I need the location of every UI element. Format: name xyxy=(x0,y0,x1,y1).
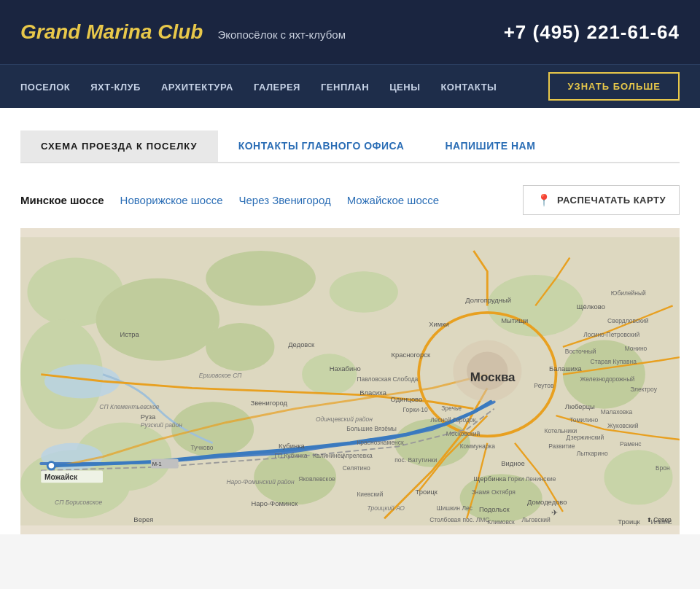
svg-text:Жуковский: Жуковский xyxy=(607,422,639,429)
route-zvenigorod[interactable]: Через Звенигород xyxy=(238,194,330,206)
map-container[interactable]: Можайск Руза Рузский район Звенигород Ис… xyxy=(20,228,680,534)
svg-text:Горки-10: Горки-10 xyxy=(403,406,428,413)
route-minskoye[interactable]: Минское шоссе xyxy=(20,194,104,206)
svg-text:Красногорск: Красногорск xyxy=(392,351,431,359)
svg-text:Юбилейный: Юбилейный xyxy=(611,289,646,297)
print-map-button[interactable]: 📍 РАСПЕЧАТАТЬ КАРТУ xyxy=(523,185,680,215)
svg-text:Домодедово: Домодедово xyxy=(527,499,567,507)
svg-text:Звенигород: Звенигород xyxy=(250,399,287,407)
svg-text:Брон: Брон xyxy=(656,464,670,472)
route-mozhayskoye[interactable]: Можайское шоссе xyxy=(347,194,439,206)
svg-text:Щербинка: Щербинка xyxy=(474,475,507,483)
svg-text:Большие Вязёмы: Большие Вязёмы xyxy=(346,425,397,432)
svg-text:Власиха: Власиха xyxy=(359,389,387,397)
svg-text:Ильинс: Ильинс xyxy=(650,518,672,526)
svg-text:Селятино: Селятино xyxy=(343,464,370,472)
svg-text:Томилино: Томилино xyxy=(569,417,598,424)
nav-item-contacts[interactable]: КОНТАКТЫ xyxy=(440,82,497,93)
svg-text:Зречье: Зречье xyxy=(441,405,462,412)
map-svg: Можайск Руза Рузский район Звенигород Ис… xyxy=(20,228,680,534)
svg-text:Мытищи: Мытищи xyxy=(501,316,528,324)
svg-text:Монино: Монино xyxy=(625,345,648,352)
main-nav: ПОСЕЛОК ЯХТ-КЛУБ АРХИТЕКТУРА ГАЛЕРЕЯ ГЕН… xyxy=(0,64,700,108)
svg-text:Лыткарино: Лыткарино xyxy=(577,450,608,457)
svg-text:Руза: Руза xyxy=(141,413,156,421)
svg-text:Наро-Фоминск: Наро-Фоминск xyxy=(251,499,298,507)
svg-text:Восточный: Восточный xyxy=(565,348,596,355)
svg-text:Долгопрудный: Долгопрудный xyxy=(465,296,511,304)
svg-text:Троицк: Троицк xyxy=(415,488,438,496)
svg-text:Видное: Видное xyxy=(501,459,525,467)
nav-item-genplan[interactable]: ГЕНПЛАН xyxy=(321,82,369,93)
svg-text:Калининец: Калининец xyxy=(313,452,344,459)
header: Grand Marina Club Экопосёлок с яхт-клубо… xyxy=(0,0,700,64)
nav-item-poselek[interactable]: ПОСЕЛОК xyxy=(20,82,70,93)
svg-text:Дзержинский: Дзержинский xyxy=(567,434,604,441)
svg-text:Московский: Московский xyxy=(446,430,481,437)
svg-point-3 xyxy=(96,278,220,361)
svg-text:Шишкин Лес: Шишкин Лес xyxy=(437,504,473,512)
svg-text:Одинцевский район: Одинцевский район xyxy=(316,416,373,423)
svg-text:Троицкий АО: Троицкий АО xyxy=(368,504,405,512)
svg-text:Горки Ленинские: Горки Ленинские xyxy=(508,475,556,483)
svg-point-16 xyxy=(302,354,357,395)
phone[interactable]: +7 (495) 221-61-64 xyxy=(504,21,680,44)
svg-text:Троицк: Троицк xyxy=(618,518,640,526)
route-links: Минское шоссе Новорижское шоссе Через Зв… xyxy=(20,194,439,206)
route-novorijskoye[interactable]: Новорижское шоссе xyxy=(120,194,223,206)
header-left: Grand Marina Club Экопосёлок с яхт-клубо… xyxy=(20,20,346,44)
content-area: СХЕМА ПРОЕЗДА К ПОСЕЛКУ КОНТАКТЫ ГЛАВНОГ… xyxy=(0,108,700,534)
tab-section: СХЕМА ПРОЕЗДА К ПОСЕЛКУ КОНТАКТЫ ГЛАВНОГ… xyxy=(20,130,680,163)
svg-point-5 xyxy=(206,251,316,305)
learn-more-button[interactable]: УЗНАТЬ БОЛЬШЕ xyxy=(548,72,680,101)
nav-item-yachtclub[interactable]: ЯХТ-КЛУБ xyxy=(90,82,141,93)
tab-office-contacts[interactable]: КОНТАКТЫ ГЛАВНОГО ОФИСА xyxy=(218,130,425,162)
svg-text:ГП Кубинка: ГП Кубинка xyxy=(274,452,307,459)
svg-text:Рузский район: Рузский район xyxy=(141,421,182,429)
nav-item-gallery[interactable]: ГАЛЕРЕЯ xyxy=(254,82,300,93)
svg-text:Верея: Верея xyxy=(133,515,153,523)
svg-text:Льговский: Льговский xyxy=(521,516,551,523)
svg-text:Железнодорожный: Железнодорожный xyxy=(580,375,634,383)
svg-text:Коммунарка: Коммунарка xyxy=(460,442,496,450)
nav-links: ПОСЕЛОК ЯХТ-КЛУБ АРХИТЕКТУРА ГАЛЕРЕЯ ГЕН… xyxy=(20,80,497,93)
svg-text:Реутов: Реутов xyxy=(534,382,554,389)
svg-point-10 xyxy=(330,271,398,313)
svg-text:пос. ЛМС: пос. ЛМС xyxy=(462,516,489,523)
site-title: Grand Marina Club xyxy=(20,20,203,44)
svg-point-12 xyxy=(487,275,583,337)
tab-write-us[interactable]: НАПИШИТЕ НАМ xyxy=(424,130,556,162)
svg-text:Лесной Городок: Лесной Городок xyxy=(430,417,476,424)
svg-text:Павловская Слобода: Павловская Слобода xyxy=(357,375,418,383)
svg-text:Краснознаменск: Краснознаменск xyxy=(357,439,404,446)
svg-text:Химки: Химки xyxy=(429,320,448,328)
svg-text:✈: ✈ xyxy=(551,508,558,517)
svg-text:Старая Купавна: Старая Купавна xyxy=(591,358,637,365)
svg-text:Балашиха: Балашиха xyxy=(549,364,583,372)
svg-text:Малаховка: Малаховка xyxy=(601,408,633,416)
svg-text:Раменс: Раменс xyxy=(620,440,642,448)
svg-text:Яковлевское: Яковлевское xyxy=(298,475,335,483)
svg-text:Можайск: Можайск xyxy=(44,473,78,481)
svg-text:Апрелевка: Апрелевка xyxy=(342,452,373,459)
svg-text:Климовск: Климовск xyxy=(487,518,515,526)
svg-text:Подольск: Подольск xyxy=(479,505,510,513)
svg-text:Киевский: Киевский xyxy=(357,491,383,498)
svg-point-24 xyxy=(49,463,55,469)
svg-text:Ершовское СП: Ершовское СП xyxy=(199,372,242,379)
svg-text:Столбовая: Столбовая xyxy=(429,516,461,523)
site-subtitle: Экопосёлок с яхт-клубом xyxy=(217,28,346,41)
svg-text:Знамя Октября: Знамя Октября xyxy=(472,488,516,496)
svg-point-17 xyxy=(206,323,274,371)
tab-route-scheme[interactable]: СХЕМА ПРОЕЗДА К ПОСЕЛКУ xyxy=(20,130,218,162)
svg-text:Свердловский: Свердловский xyxy=(607,317,649,324)
svg-text:Люберцы: Люберцы xyxy=(565,402,595,410)
nav-item-prices[interactable]: ЦЕНЫ xyxy=(389,82,420,93)
svg-text:СП Борисовское: СП Борисовское xyxy=(55,499,102,507)
svg-text:СП Клементьевское: СП Клементьевское xyxy=(99,403,160,410)
svg-text:Дедовск: Дедовск xyxy=(288,340,315,348)
svg-text:Щёлково: Щёлково xyxy=(577,303,605,311)
svg-text:Тучково: Тучково xyxy=(191,444,214,451)
nav-item-architecture[interactable]: АРХИТЕКТУРА xyxy=(161,82,233,93)
print-label: РАСПЕЧАТАТЬ КАРТУ xyxy=(557,195,666,206)
